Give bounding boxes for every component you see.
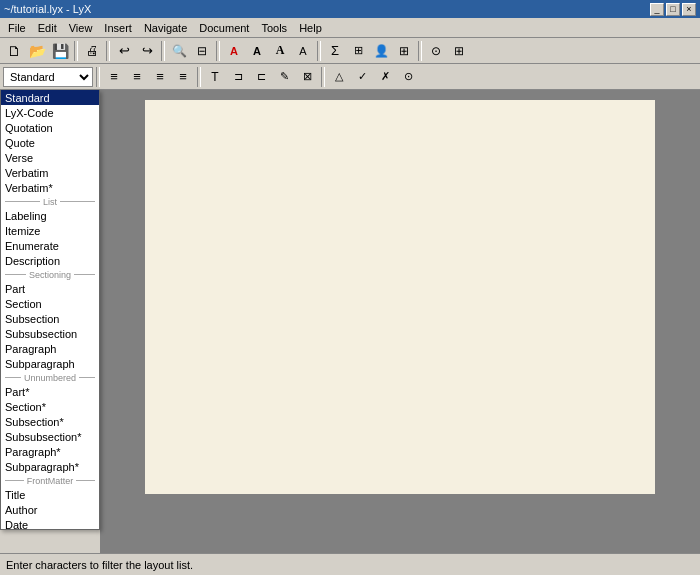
layout-item-lyxcode[interactable]: LyX-Code: [1, 105, 99, 120]
status-bar: Enter characters to filter the layout li…: [0, 553, 700, 575]
branch-button[interactable]: ⊠: [296, 66, 318, 87]
print-button[interactable]: 🖨: [81, 40, 103, 61]
layout-item-part-star[interactable]: Part*: [1, 384, 99, 399]
layout-item-labeling[interactable]: Labeling: [1, 208, 99, 223]
note-button[interactable]: ✎: [273, 66, 295, 87]
outdent-button[interactable]: ⊏: [250, 66, 272, 87]
separator-6: [418, 41, 422, 61]
maximize-button[interactable]: □: [666, 3, 680, 16]
toolbar-1: 🗋 📂 💾 🖨 ↩ ↪ 🔍 ⊟ A A A A Σ ⊞ 👤 ⊞ ⊙ ⊞: [0, 38, 700, 64]
menu-view[interactable]: View: [63, 20, 99, 36]
table-button[interactable]: ⊞: [393, 40, 415, 61]
layout-item-itemize[interactable]: Itemize: [1, 223, 99, 238]
math-button[interactable]: Σ: [324, 40, 346, 61]
layout-item-section[interactable]: Section: [1, 296, 99, 311]
layout-item-part[interactable]: Part: [1, 281, 99, 296]
replace-button[interactable]: ⊟: [191, 40, 213, 61]
note-icon: ✎: [280, 70, 289, 83]
text-edit-icon: T: [211, 70, 218, 84]
toolbar-2: Standard ≡ ≡ ≡ ≡ T ⊐ ⊏ ✎ ⊠ △ ✓ ✗ ⊙: [0, 64, 700, 90]
menu-tools[interactable]: Tools: [255, 20, 293, 36]
font-size-icon: A: [299, 45, 306, 57]
layout-item-subparagraph-star[interactable]: Subparagraph*: [1, 459, 99, 474]
layout-item-verbatim-star[interactable]: Verbatim*: [1, 180, 99, 195]
thesaurus-button[interactable]: A: [246, 40, 268, 61]
record-button[interactable]: ⊙: [397, 66, 419, 87]
new-icon: 🗋: [7, 43, 21, 59]
save-icon: 💾: [52, 43, 69, 59]
menu-help[interactable]: Help: [293, 20, 328, 36]
font-size-button[interactable]: A: [292, 40, 314, 61]
redo-button[interactable]: ↪: [136, 40, 158, 61]
menu-navigate[interactable]: Navigate: [138, 20, 193, 36]
separator-t2-3: [321, 67, 325, 87]
redo-icon: ↪: [142, 43, 153, 58]
menu-document[interactable]: Document: [193, 20, 255, 36]
print-icon: 🖨: [86, 43, 99, 58]
clock-icon: ⊙: [431, 44, 441, 58]
separator-frontmatter: FrontMatter: [1, 474, 99, 487]
grid-button[interactable]: ⊞: [448, 40, 470, 61]
status-text: Enter characters to filter the layout li…: [6, 559, 193, 571]
align-left-button[interactable]: ≡: [103, 66, 125, 87]
accept-button[interactable]: ✓: [351, 66, 373, 87]
reject-button[interactable]: ✗: [374, 66, 396, 87]
clock-button[interactable]: ⊙: [425, 40, 447, 61]
layout-item-subsubsection[interactable]: Subsubsection: [1, 326, 99, 341]
layout-item-enumerate[interactable]: Enumerate: [1, 238, 99, 253]
outdent-icon: ⊏: [257, 70, 266, 83]
layout-item-section-star[interactable]: Section*: [1, 399, 99, 414]
layout-item-description[interactable]: Description: [1, 253, 99, 268]
layout-item-subsection[interactable]: Subsection: [1, 311, 99, 326]
align-center-button[interactable]: ≡: [126, 66, 148, 87]
save-button[interactable]: 💾: [49, 40, 71, 61]
layout-item-title[interactable]: Title: [1, 487, 99, 502]
track-changes-button[interactable]: △: [328, 66, 350, 87]
matrix-button[interactable]: ⊞: [347, 40, 369, 61]
layout-item-paragraph[interactable]: Paragraph: [1, 341, 99, 356]
minimize-button[interactable]: _: [650, 3, 664, 16]
separator-t2-2: [197, 67, 201, 87]
replace-icon: ⊟: [197, 44, 207, 58]
menu-edit[interactable]: Edit: [32, 20, 63, 36]
new-button[interactable]: 🗋: [3, 40, 25, 61]
menu-insert[interactable]: Insert: [98, 20, 138, 36]
layout-item-date[interactable]: Date: [1, 517, 99, 530]
separator-5: [317, 41, 321, 61]
record-icon: ⊙: [404, 70, 413, 83]
layout-item-verse[interactable]: Verse: [1, 150, 99, 165]
figure-button[interactable]: 👤: [370, 40, 392, 61]
layout-item-author[interactable]: Author: [1, 502, 99, 517]
main-area: Standard LyX-Code Quotation Quote Verse …: [0, 90, 700, 553]
indent-button[interactable]: ⊐: [227, 66, 249, 87]
menu-file[interactable]: File: [2, 20, 32, 36]
close-button[interactable]: ×: [682, 3, 696, 16]
layout-item-verbatim[interactable]: Verbatim: [1, 165, 99, 180]
layout-selector[interactable]: Standard: [3, 67, 93, 87]
layout-item-subparagraph[interactable]: Subparagraph: [1, 356, 99, 371]
layout-item-paragraph-star[interactable]: Paragraph*: [1, 444, 99, 459]
layout-item-quote[interactable]: Quote: [1, 135, 99, 150]
search-button[interactable]: 🔍: [168, 40, 190, 61]
align-right-icon: ≡: [156, 69, 164, 84]
undo-button[interactable]: ↩: [113, 40, 135, 61]
justify-button[interactable]: ≡: [172, 66, 194, 87]
search-icon: 🔍: [172, 44, 187, 58]
layout-item-subsubsection-star[interactable]: Subsubsection*: [1, 429, 99, 444]
title-bar: ~/tutorial.lyx - LyX _ □ ×: [0, 0, 700, 18]
bold-button[interactable]: A: [269, 40, 291, 61]
separator-t2-1: [96, 67, 100, 87]
layout-item-subsection-star[interactable]: Subsection*: [1, 414, 99, 429]
layout-dropdown: Standard LyX-Code Quotation Quote Verse …: [0, 90, 100, 530]
layout-item-quotation[interactable]: Quotation: [1, 120, 99, 135]
spellcheck-button[interactable]: A: [223, 40, 245, 61]
separator-1: [74, 41, 78, 61]
accept-icon: ✓: [358, 70, 367, 83]
align-right-button[interactable]: ≡: [149, 66, 171, 87]
menu-bar: File Edit View Insert Navigate Document …: [0, 18, 700, 38]
separator-2: [106, 41, 110, 61]
table-icon: ⊞: [399, 44, 409, 58]
text-edit-button[interactable]: T: [204, 66, 226, 87]
layout-item-standard[interactable]: Standard: [1, 90, 99, 105]
open-button[interactable]: 📂: [26, 40, 48, 61]
